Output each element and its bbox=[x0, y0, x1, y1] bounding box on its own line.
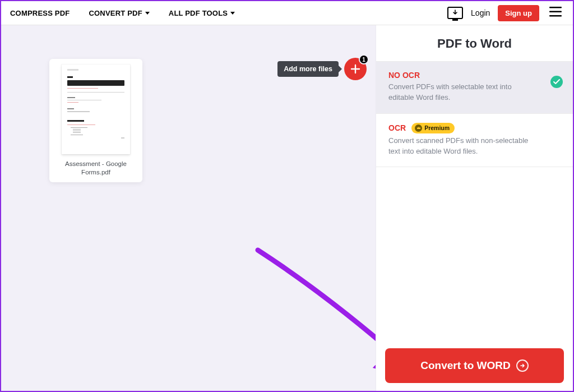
option-ocr-title: OCR bbox=[388, 123, 406, 132]
file-count-badge: 1 bbox=[359, 54, 369, 64]
add-more-tooltip: Add more files bbox=[277, 61, 339, 77]
nav-compress-pdf[interactable]: COMPRESS PDF bbox=[10, 9, 70, 17]
premium-badge: Premium bbox=[411, 123, 455, 133]
crown-icon bbox=[415, 124, 422, 132]
convert-button[interactable]: Convert to WORD bbox=[385, 348, 564, 383]
nav-convert-pdf[interactable]: CONVERT PDF bbox=[89, 9, 149, 17]
main-area: Assessment - Google Forms.pdf Add more f… bbox=[1, 25, 573, 391]
option-no-ocr[interactable]: NO OCR Convert PDFs with selectable text… bbox=[376, 62, 573, 114]
arrow-right-circle-icon bbox=[516, 359, 529, 372]
option-ocr-desc: Convert scanned PDFs with non-selectable… bbox=[388, 136, 539, 157]
premium-label: Premium bbox=[424, 124, 450, 131]
login-link[interactable]: Login bbox=[471, 8, 490, 17]
add-more-tooltip-label: Add more files bbox=[284, 65, 332, 73]
file-name-label: Assessment - Google Forms.pdf bbox=[55, 160, 137, 177]
option-no-ocr-desc: Convert PDFs with selectable text into e… bbox=[388, 82, 539, 103]
signup-button[interactable]: Sign up bbox=[498, 5, 539, 21]
file-tile[interactable]: Assessment - Google Forms.pdf bbox=[49, 59, 142, 182]
add-more-files-area: Add more files 1 bbox=[277, 58, 367, 80]
option-no-ocr-title: NO OCR bbox=[388, 71, 420, 80]
svg-rect-2 bbox=[549, 15, 562, 17]
option-header: OCR Premium bbox=[388, 123, 561, 133]
chevron-down-icon bbox=[145, 12, 150, 15]
selected-check-icon bbox=[550, 76, 563, 88]
nav-convert-label: CONVERT PDF bbox=[89, 9, 142, 17]
options-panel: PDF to Word NO OCR Convert PDFs with sel… bbox=[376, 25, 573, 391]
chevron-down-icon bbox=[230, 12, 235, 15]
add-files-button[interactable]: 1 bbox=[344, 58, 367, 80]
nav-left: COMPRESS PDF CONVERT PDF ALL PDF TOOLS bbox=[10, 9, 235, 17]
file-thumbnail bbox=[62, 64, 130, 154]
desktop-app-icon[interactable] bbox=[447, 7, 463, 19]
top-header: COMPRESS PDF CONVERT PDF ALL PDF TOOLS L… bbox=[1, 1, 573, 25]
nav-all-pdf-tools[interactable]: ALL PDF TOOLS bbox=[169, 9, 235, 17]
login-label: Login bbox=[471, 8, 490, 17]
panel-title: PDF to Word bbox=[376, 25, 573, 62]
menu-button[interactable] bbox=[547, 4, 564, 21]
file-count: 1 bbox=[362, 57, 365, 63]
svg-rect-0 bbox=[549, 7, 562, 8]
option-ocr[interactable]: OCR Premium Convert scanned PDFs with no… bbox=[376, 114, 573, 168]
file-canvas[interactable]: Assessment - Google Forms.pdf Add more f… bbox=[1, 25, 376, 391]
plus-icon bbox=[350, 64, 360, 74]
svg-rect-1 bbox=[549, 11, 562, 13]
nav-compress-label: COMPRESS PDF bbox=[10, 9, 70, 17]
option-header: NO OCR bbox=[388, 71, 561, 80]
nav-right: Login Sign up bbox=[447, 4, 564, 21]
signup-label: Sign up bbox=[505, 9, 532, 17]
nav-alltools-label: ALL PDF TOOLS bbox=[169, 9, 228, 17]
convert-label: Convert to WORD bbox=[420, 359, 510, 372]
hamburger-icon bbox=[549, 7, 562, 17]
